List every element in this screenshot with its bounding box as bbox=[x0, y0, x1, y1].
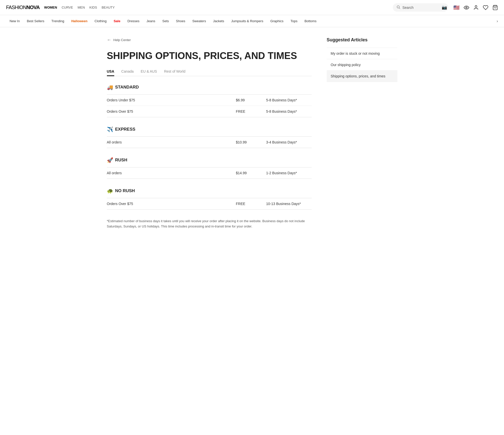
table-row: All orders $10.99 3-4 Business Days* bbox=[107, 137, 312, 148]
tab-rest-of-world[interactable]: Rest of World bbox=[164, 69, 186, 76]
top-nav-women[interactable]: WOMEN bbox=[44, 6, 57, 9]
table-row: All orders $14.99 1-2 Business Days* bbox=[107, 167, 312, 179]
cat-bottoms[interactable]: Bottoms bbox=[301, 15, 320, 27]
row-time: 10-13 Business Days* bbox=[266, 202, 312, 206]
logo[interactable]: FASHIONNOVA bbox=[6, 5, 40, 10]
logo-nova: NOVA bbox=[26, 5, 40, 10]
row-price: $6.99 bbox=[236, 98, 266, 102]
row-desc: All orders bbox=[107, 171, 236, 175]
sidebar: Suggested Articles My order is stuck or … bbox=[327, 37, 397, 229]
cat-shoes[interactable]: Shoes bbox=[172, 15, 189, 27]
eye-icon[interactable] bbox=[464, 5, 469, 10]
row-desc: Orders Under $75 bbox=[107, 98, 236, 102]
row-desc: Orders Over $75 bbox=[107, 109, 236, 113]
row-time: 5-8 Business Days* bbox=[266, 98, 312, 102]
no-rush-label: NO RUSH bbox=[115, 188, 135, 193]
no-rush-emoji: 🐢 bbox=[107, 188, 113, 194]
camera-icon[interactable]: 📷 bbox=[442, 5, 447, 10]
flag-icon[interactable]: 🇺🇸 bbox=[453, 5, 460, 11]
row-price: FREE bbox=[236, 202, 266, 206]
table-row: Orders Over $75 FREE 10-13 Business Days… bbox=[107, 198, 312, 210]
no-rush-section: 🐢 NO RUSH Orders Over $75 FREE 10-13 Bus… bbox=[107, 188, 312, 210]
cat-sweaters[interactable]: Sweaters bbox=[189, 15, 210, 27]
row-time: 3-4 Business Days* bbox=[266, 140, 312, 144]
cart-icon[interactable] bbox=[492, 5, 498, 10]
category-nav: New In Best Sellers Trending Halloween C… bbox=[0, 15, 504, 27]
cat-graphics[interactable]: Graphics bbox=[267, 15, 287, 27]
top-nav: WOMEN CURVE MEN KIDS BEAUTY bbox=[44, 6, 115, 9]
breadcrumb-label: Help Center bbox=[113, 38, 131, 42]
rush-label: RUSH bbox=[115, 158, 127, 163]
express-title: ✈️ EXPRESS bbox=[107, 126, 312, 132]
row-price: $14.99 bbox=[236, 171, 266, 175]
footnote: *Estimated number of business days it ta… bbox=[107, 219, 312, 229]
account-icon[interactable] bbox=[473, 5, 479, 10]
cat-halloween[interactable]: Halloween bbox=[68, 15, 91, 27]
standard-emoji: 🚚 bbox=[107, 84, 113, 90]
svg-point-3 bbox=[475, 5, 477, 7]
cat-jackets[interactable]: Jackets bbox=[210, 15, 228, 27]
tab-usa[interactable]: USA bbox=[107, 69, 114, 76]
cat-best-sellers[interactable]: Best Sellers bbox=[23, 15, 48, 27]
standard-label: STANDARD bbox=[115, 85, 139, 90]
top-nav-curve[interactable]: CURVE bbox=[62, 6, 73, 9]
tab-eu-aus[interactable]: EU & AUS bbox=[141, 69, 157, 76]
page-title: SHIPPING OPTIONS, PRICES, AND TIMES bbox=[107, 51, 312, 61]
cat-tops[interactable]: Tops bbox=[287, 15, 301, 27]
top-nav-men[interactable]: MEN bbox=[78, 6, 85, 9]
top-nav-beauty[interactable]: BEAUTY bbox=[102, 6, 115, 9]
sidebar-title: Suggested Articles bbox=[327, 37, 397, 43]
row-desc: All orders bbox=[107, 140, 236, 144]
page-container: ← Help Center SHIPPING OPTIONS, PRICES, … bbox=[101, 27, 403, 239]
rush-title: 🚀 RUSH bbox=[107, 157, 312, 163]
cat-trending[interactable]: Trending bbox=[48, 15, 68, 27]
express-section: ✈️ EXPRESS All orders $10.99 3-4 Busines… bbox=[107, 126, 312, 148]
svg-point-0 bbox=[397, 6, 399, 8]
cat-clothing[interactable]: Clothing bbox=[91, 15, 110, 27]
cat-sale[interactable]: Sale bbox=[110, 15, 124, 27]
cat-jeans[interactable]: Jeans bbox=[143, 15, 159, 27]
cat-new-in[interactable]: New In bbox=[6, 15, 23, 27]
search-bar: 📷 bbox=[393, 3, 448, 12]
row-time: 1-2 Business Days* bbox=[266, 171, 312, 175]
tabs: USA Canada EU & AUS Rest of World bbox=[107, 69, 312, 76]
search-icon bbox=[396, 5, 400, 10]
cat-sets[interactable]: Sets bbox=[159, 15, 172, 27]
row-price: FREE bbox=[236, 109, 266, 113]
row-time: 5-8 Business Days* bbox=[266, 109, 312, 113]
row-price: $10.99 bbox=[236, 140, 266, 144]
suggested-article-options[interactable]: Shipping options, prices, and times bbox=[327, 71, 397, 82]
header: FASHIONNOVA WOMEN CURVE MEN KIDS BEAUTY … bbox=[0, 0, 504, 15]
svg-point-2 bbox=[466, 7, 467, 8]
suggested-article-stuck[interactable]: My order is stuck or not moving bbox=[327, 48, 397, 59]
header-icons: 🇺🇸 bbox=[453, 5, 498, 11]
no-rush-title: 🐢 NO RUSH bbox=[107, 188, 312, 194]
wishlist-icon[interactable] bbox=[483, 5, 488, 10]
express-emoji: ✈️ bbox=[107, 126, 113, 132]
logo-fashion: FASHION bbox=[6, 5, 26, 10]
tab-canada[interactable]: Canada bbox=[121, 69, 134, 76]
cat-dresses[interactable]: Dresses bbox=[124, 15, 143, 27]
rush-section: 🚀 RUSH All orders $14.99 1-2 Business Da… bbox=[107, 157, 312, 179]
breadcrumb[interactable]: ← Help Center bbox=[107, 37, 312, 43]
row-desc: Orders Over $75 bbox=[107, 202, 236, 206]
main-content: ← Help Center SHIPPING OPTIONS, PRICES, … bbox=[107, 37, 312, 229]
standard-section: 🚚 STANDARD Orders Under $75 $6.99 5-8 Bu… bbox=[107, 84, 312, 117]
top-nav-kids[interactable]: KIDS bbox=[90, 6, 97, 9]
standard-title: 🚚 STANDARD bbox=[107, 84, 312, 90]
express-label: EXPRESS bbox=[115, 127, 135, 132]
table-row: Orders Over $75 FREE 5-8 Business Days* bbox=[107, 106, 312, 117]
cat-more-arrow[interactable]: › bbox=[497, 19, 498, 23]
svg-line-1 bbox=[399, 8, 400, 9]
back-arrow-icon: ← bbox=[107, 37, 111, 43]
search-input[interactable] bbox=[402, 6, 440, 10]
table-row: Orders Under $75 $6.99 5-8 Business Days… bbox=[107, 95, 312, 106]
cat-jumpsuits[interactable]: Jumpsuits & Rompers bbox=[228, 15, 267, 27]
suggested-article-policy[interactable]: Our shipping policy bbox=[327, 59, 397, 71]
rush-emoji: 🚀 bbox=[107, 157, 113, 163]
